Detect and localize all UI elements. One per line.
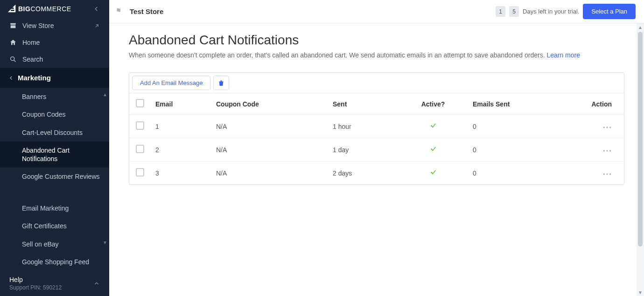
svg-point-7 [606,150,608,151]
logo-text: BIGCOMMERCE [18,5,71,13]
cell-email: 2 [151,138,211,162]
cell-emails-sent: 0 [468,138,571,162]
cell-active [398,162,468,185]
row-actions-button[interactable] [602,126,612,129]
subnav: Banners Coupon Codes Cart-Level Discount… [0,88,109,271]
scroll-thumb[interactable] [638,32,643,247]
help-label: Help [9,276,62,283]
svg-point-3 [603,127,605,128]
subnav-banners[interactable]: Banners [0,88,109,106]
nav-search[interactable]: Search [0,51,109,68]
delete-button[interactable] [213,76,229,90]
trial-day-digit-1: 1 [496,6,505,17]
row-actions-button[interactable] [602,149,612,152]
subnav-label: Abandoned Cart Notifications [22,147,70,162]
cell-sent: 1 hour [328,115,398,138]
subnav-label: Google Shopping Feed [22,258,89,266]
th-sent: Sent [328,93,398,115]
nav-label: Search [22,56,43,63]
page-description: When someone doesn't complete an order, … [129,50,624,60]
svg-point-6 [603,150,605,151]
cell-action [571,115,624,138]
th-active: Active? [398,93,468,115]
content-scroll[interactable]: Abandoned Cart Notifications When someon… [109,23,644,296]
svg-rect-1 [11,9,14,11]
panel-toolbar: Add An Email Message [129,73,624,93]
svg-point-5 [609,127,611,128]
table-header-row: Email Coupon Code Sent Active? Emails Se… [129,93,624,115]
cell-sent: 1 day [328,138,398,162]
row-actions-button[interactable] [602,173,612,176]
svg-point-11 [609,173,611,175]
subnav-sell-ebay[interactable]: Sell on eBay [0,235,109,253]
cell-emails-sent: 0 [468,115,571,138]
search-icon [9,56,17,63]
cell-action [571,138,624,162]
external-link-icon [94,23,100,29]
page-desc-text: When someone doesn't complete an order, … [129,51,546,59]
cell-coupon: N/A [211,138,328,162]
nav-home[interactable]: Home [0,34,109,51]
table-row: 1N/A1 hour0 [129,115,624,138]
subnav-scroll-down[interactable]: ▼ [102,239,108,246]
scroll-down-arrow[interactable]: ▼ [637,289,644,296]
subnav-cart-discounts[interactable]: Cart-Level Discounts [0,124,109,141]
page-title: Abandoned Cart Notifications [129,33,624,48]
flag-icon [115,7,123,17]
primary-nav: View Store Home Search [0,17,109,68]
sidebar: BIGCOMMERCE View Store Home Search [0,0,109,296]
topbar: Test Store 1 5 Days left in your trial. … [109,0,644,23]
scroll-up-arrow[interactable]: ▲ [637,23,644,31]
row-checkbox[interactable] [136,168,144,176]
subnav-google-reviews[interactable]: Google Customer Reviews [0,168,109,185]
help-section[interactable]: Help Support PIN: 590212 [0,271,109,296]
vertical-scrollbar[interactable]: ▲ ▼ [637,23,644,296]
cell-sent: 2 days [328,162,398,185]
email-panel: Add An Email Message Email Coupon Code S… [129,72,624,185]
sidebar-header: BIGCOMMERCE [0,0,109,17]
th-email: Email [151,93,211,115]
trial-text: Days left in your trial. [523,8,579,15]
row-checkbox[interactable] [136,145,144,153]
subnav-label: Gift Certificates [22,222,67,230]
select-plan-button[interactable]: Select a Plan [583,4,636,19]
nav-view-store[interactable]: View Store [0,17,109,34]
subnav-scroll-up[interactable]: ▲ [102,91,108,98]
table-row: 2N/A1 day0 [129,138,624,162]
add-email-button[interactable]: Add An Email Message [132,76,210,90]
section-marketing[interactable]: Marketing [0,68,109,88]
cell-emails-sent: 0 [468,162,571,185]
th-coupon: Coupon Code [211,93,328,115]
collapse-sidebar-button[interactable] [91,3,102,14]
row-checkbox[interactable] [136,121,144,130]
subnav-label: Banners [22,93,46,100]
subnav-coupon-codes[interactable]: Coupon Codes [0,106,109,123]
chevron-left-icon [8,75,14,81]
learn-more-link[interactable]: Learn more [546,51,580,59]
store-icon [9,22,17,29]
trial-block: 1 5 Days left in your trial. Select a Pl… [496,4,636,19]
th-emails-sent: Emails Sent [468,93,571,115]
nav-label: View Store [22,22,54,29]
svg-point-10 [606,173,608,175]
subnav-label: Sell on eBay [22,240,59,248]
svg-point-4 [606,127,608,128]
check-icon [429,146,437,152]
subnav-abandoned-cart[interactable]: Abandoned Cart Notifications [0,141,109,168]
svg-point-9 [603,173,605,175]
cell-coupon: N/A [211,115,328,138]
table-row: 3N/A2 days0 [129,162,624,185]
logo-icon [7,4,17,14]
cell-email: 3 [151,162,211,185]
subnav-email-marketing[interactable]: Email Marketing [0,199,109,217]
check-icon [429,122,437,129]
nav-label: Home [22,39,40,46]
subnav-google-shopping[interactable]: Google Shopping Feed [0,253,109,271]
chevron-left-double-icon [93,5,100,13]
cell-email: 1 [151,115,211,138]
svg-rect-0 [11,7,14,9]
cell-active [398,138,468,162]
subnav-gift-certificates[interactable]: Gift Certificates [0,217,109,235]
subnav-scroll-area: Marketing ▲ Banners Coupon Codes Cart-Le… [0,68,109,271]
select-all-checkbox[interactable] [136,99,144,107]
